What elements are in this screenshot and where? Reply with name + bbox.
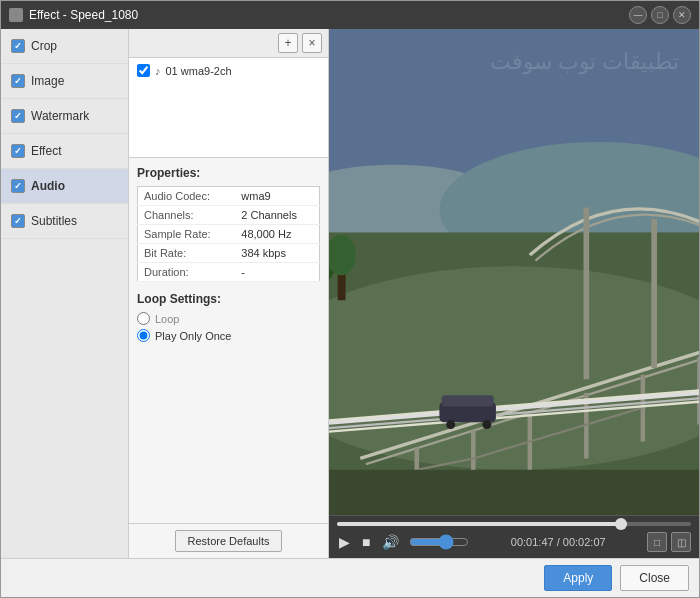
audio-item-checkbox[interactable] xyxy=(137,64,150,77)
prop-key-samplerate: Sample Rate: xyxy=(138,225,236,244)
main-window: Effect - Speed_1080 — □ ✕ Crop Image Wat… xyxy=(0,0,700,598)
sidebar-label-subtitles: Subtitles xyxy=(31,214,77,228)
apply-button[interactable]: Apply xyxy=(544,565,612,591)
action-row: Apply Close xyxy=(1,558,699,597)
svg-point-30 xyxy=(446,420,455,429)
sidebar: Crop Image Watermark Effect Audio Subtit… xyxy=(1,29,129,558)
svg-rect-23 xyxy=(329,470,699,515)
audio-list-item[interactable]: ♪ 01 wma9-2ch xyxy=(133,62,324,79)
volume-slider[interactable] xyxy=(409,534,469,550)
sidebar-label-watermark: Watermark xyxy=(31,109,89,123)
properties-table: Audio Codec: wma9 Channels: 2 Channels S… xyxy=(137,186,320,282)
sidebar-item-effect[interactable]: Effect xyxy=(1,134,128,169)
loop-label: Loop xyxy=(155,313,179,325)
volume-icon[interactable]: 🔊 xyxy=(380,532,401,552)
prop-val-bitrate: 384 kbps xyxy=(235,244,319,263)
progress-bar-row xyxy=(337,522,691,526)
controls-row: ▶ ■ 🔊 00:01:47 / 00:02:07 □ ◫ xyxy=(337,532,691,552)
center-panel: + × ♪ 01 wma9-2ch Properties: Audio Code… xyxy=(129,29,329,558)
time-display: 00:01:47 / 00:02:07 xyxy=(477,536,639,548)
window-title: Effect - Speed_1080 xyxy=(29,8,623,22)
prop-key-bitrate: Bit Rate: xyxy=(138,244,236,263)
subtitles-checkbox[interactable] xyxy=(11,214,25,228)
sidebar-item-crop[interactable]: Crop xyxy=(1,29,128,64)
sidebar-label-audio: Audio xyxy=(31,179,65,193)
sidebar-label-crop: Crop xyxy=(31,39,57,53)
table-row: Duration: - xyxy=(138,263,320,282)
table-row: Bit Rate: 384 kbps xyxy=(138,244,320,263)
total-time: 00:02:07 xyxy=(563,536,606,548)
app-icon xyxy=(9,8,23,22)
prop-val-channels: 2 Channels xyxy=(235,206,319,225)
audio-note-icon: ♪ xyxy=(155,65,161,77)
loop-settings-title: Loop Settings: xyxy=(137,292,320,306)
prop-val-codec: wma9 xyxy=(235,187,319,206)
settings-video-button[interactable]: ◫ xyxy=(671,532,691,552)
main-content: Crop Image Watermark Effect Audio Subtit… xyxy=(1,29,699,558)
player-controls: ▶ ■ 🔊 00:01:47 / 00:02:07 □ ◫ xyxy=(329,515,699,558)
sidebar-label-effect: Effect xyxy=(31,144,61,158)
stop-button[interactable]: ■ xyxy=(360,532,372,552)
window-controls: — □ ✕ xyxy=(629,6,691,24)
progress-bar-fill xyxy=(337,522,627,526)
title-bar: Effect - Speed_1080 — □ ✕ xyxy=(1,1,699,29)
audio-list: ♪ 01 wma9-2ch xyxy=(129,58,328,158)
progress-bar[interactable] xyxy=(337,522,691,526)
prop-val-samplerate: 48,000 Hz xyxy=(235,225,319,244)
restore-defaults-row: Restore Defaults xyxy=(129,523,328,558)
loop-radio[interactable] xyxy=(137,312,150,325)
fullscreen-button[interactable]: □ xyxy=(647,532,667,552)
effect-checkbox[interactable] xyxy=(11,144,25,158)
add-audio-button[interactable]: + xyxy=(278,33,298,53)
once-radio[interactable] xyxy=(137,329,150,342)
restore-defaults-button[interactable]: Restore Defaults xyxy=(175,530,283,552)
properties-title: Properties: xyxy=(137,166,320,180)
current-time: 00:01:47 xyxy=(511,536,554,548)
audio-list-header: + × xyxy=(129,29,328,58)
remove-audio-button[interactable]: × xyxy=(302,33,322,53)
table-row: Audio Codec: wma9 xyxy=(138,187,320,206)
watermark-checkbox[interactable] xyxy=(11,109,25,123)
table-row: Sample Rate: 48,000 Hz xyxy=(138,225,320,244)
image-checkbox[interactable] xyxy=(11,74,25,88)
sidebar-item-watermark[interactable]: Watermark xyxy=(1,99,128,134)
sidebar-item-image[interactable]: Image xyxy=(1,64,128,99)
play-button[interactable]: ▶ xyxy=(337,532,352,552)
prop-key-duration: Duration: xyxy=(138,263,236,282)
video-preview: تطبيقات توب سوفت xyxy=(329,29,699,515)
audio-checkbox[interactable] xyxy=(11,179,25,193)
close-button[interactable]: Close xyxy=(620,565,689,591)
minimize-button[interactable]: — xyxy=(629,6,647,24)
player-extra-buttons: □ ◫ xyxy=(647,532,691,552)
prop-key-channels: Channels: xyxy=(138,206,236,225)
svg-rect-29 xyxy=(442,395,494,406)
once-label: Play Only Once xyxy=(155,330,231,342)
sidebar-item-subtitles[interactable]: Subtitles xyxy=(1,204,128,239)
table-row: Channels: 2 Channels xyxy=(138,206,320,225)
sidebar-item-audio[interactable]: Audio xyxy=(1,169,128,204)
close-window-button[interactable]: ✕ xyxy=(673,6,691,24)
video-scene-svg xyxy=(329,29,699,515)
loop-settings: Loop Settings: Loop Play Only Once xyxy=(137,292,320,342)
video-overlay-text: تطبيقات توب سوفت xyxy=(490,49,679,75)
maximize-button[interactable]: □ xyxy=(651,6,669,24)
properties-section: Properties: Audio Codec: wma9 Channels: … xyxy=(129,158,328,523)
once-option[interactable]: Play Only Once xyxy=(137,329,320,342)
progress-handle[interactable] xyxy=(615,518,627,530)
audio-item-label: 01 wma9-2ch xyxy=(166,65,232,77)
right-panel: تطبيقات توب سوفت ▶ ■ 🔊 00:01:47 xyxy=(329,29,699,558)
loop-option[interactable]: Loop xyxy=(137,312,320,325)
prop-key-codec: Audio Codec: xyxy=(138,187,236,206)
prop-val-duration: - xyxy=(235,263,319,282)
sidebar-label-image: Image xyxy=(31,74,64,88)
svg-point-31 xyxy=(482,420,491,429)
crop-checkbox[interactable] xyxy=(11,39,25,53)
